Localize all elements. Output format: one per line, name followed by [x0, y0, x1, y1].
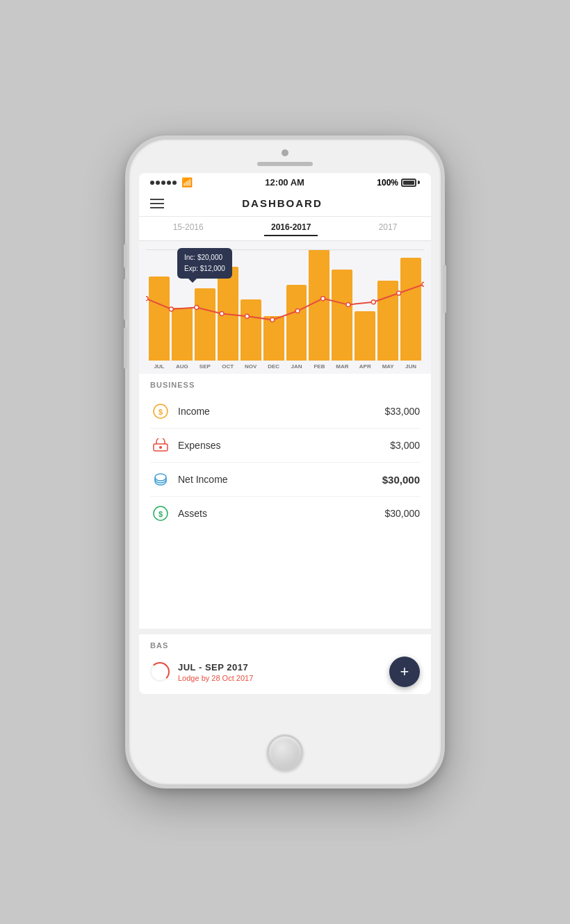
bar — [377, 281, 398, 361]
signal-icon — [150, 181, 177, 185]
assets-icon: $ — [150, 503, 171, 524]
bas-period: JUL - SEP 2017 — [178, 662, 389, 673]
bar-group — [263, 249, 284, 361]
bar — [263, 316, 284, 361]
month-label: APR — [355, 363, 375, 370]
bar — [286, 285, 307, 361]
status-time: 12:00 AM — [265, 177, 304, 188]
hamburger-line — [150, 199, 164, 200]
month-label: AUG — [172, 363, 193, 370]
bar-group — [286, 249, 307, 361]
battery-percent: 100% — [377, 178, 398, 188]
net-income-icon — [150, 469, 171, 490]
bar — [241, 299, 261, 361]
wifi-icon: 📶 — [181, 177, 193, 188]
bar — [149, 277, 170, 361]
assets-label: Assets — [178, 508, 384, 519]
page-title: DASHBOARD — [164, 197, 400, 209]
tooltip-expense: Exp: $12,000 — [184, 263, 225, 274]
net-income-value: $30,000 — [382, 474, 420, 486]
assets-row: $ Assets $30,000 — [150, 497, 420, 530]
bas-lodge: Lodge by 28 Oct 2017 — [178, 674, 389, 682]
assets-value: $30,000 — [384, 508, 420, 519]
svg-point-15 — [159, 446, 162, 449]
year-tabs: 15-2016 2016-2017 2017 — [139, 217, 431, 241]
phone-top — [129, 140, 441, 166]
month-label: MAR — [332, 363, 352, 370]
phone-bottom — [267, 734, 303, 784]
bar-group — [309, 249, 329, 361]
mute-button — [124, 244, 127, 268]
volume-down-button — [124, 327, 127, 369]
month-label: SEP — [195, 363, 215, 370]
tab-2015-2016[interactable]: 15-2016 — [166, 222, 211, 236]
chart-tooltip: Inc: $20,000 Exp: $12,000 — [177, 248, 232, 279]
svg-text:$: $ — [158, 408, 163, 416]
bar-group — [377, 249, 398, 361]
month-label: OCT — [218, 363, 238, 370]
phone-frame: 📶 12:00 AM 100% DASHBOARD 15-201 — [125, 135, 445, 789]
speaker-icon — [257, 162, 313, 166]
month-label: JAN — [286, 363, 307, 370]
tooltip-income: Inc: $20,000 — [184, 252, 225, 263]
status-right: 100% — [377, 178, 420, 188]
bar — [332, 270, 352, 361]
tab-2017[interactable]: 2017 — [372, 222, 405, 236]
business-section: BUSINESS $ Income $33,000 — [139, 374, 431, 629]
business-section-title: BUSINESS — [150, 381, 420, 389]
bar — [355, 311, 375, 361]
income-row: $ Income $33,000 — [150, 395, 420, 429]
status-bar: 📶 12:00 AM 100% — [139, 173, 431, 190]
phone-screen: 📶 12:00 AM 100% DASHBOARD 15-201 — [139, 173, 431, 694]
add-bas-button[interactable]: + — [389, 657, 420, 687]
month-label: NOV — [241, 363, 261, 370]
income-label: Income — [178, 406, 384, 417]
camera-icon — [282, 149, 288, 156]
bar — [172, 308, 193, 361]
bas-row: JUL - SEP 2017 Lodge by 28 Oct 2017 + — [150, 657, 420, 687]
bar-group — [332, 249, 352, 361]
tab-2016-2017[interactable]: 2016-2017 — [264, 222, 318, 236]
chart-area: Inc: $20,000 Exp: $12,000 JULAUGSEPOCTNO… — [139, 241, 431, 374]
bar-group — [149, 249, 170, 361]
net-income-row: Net Income $30,000 — [150, 463, 420, 497]
bar — [400, 258, 421, 361]
month-labels: JULAUGSEPOCTNOVDECJANFEBMARAPRMAYJUN — [146, 361, 424, 370]
bas-title: BAS — [150, 641, 420, 650]
app-header: DASHBOARD — [139, 190, 431, 217]
battery-icon — [401, 179, 420, 187]
status-left: 📶 — [150, 177, 193, 188]
bas-info: JUL - SEP 2017 Lodge by 28 Oct 2017 — [178, 662, 389, 682]
bas-spinner-icon — [150, 662, 170, 682]
bar-group — [241, 249, 261, 361]
bar-group — [400, 249, 421, 361]
dollar-circle-icon: $ — [150, 401, 171, 422]
bas-section: BAS JUL - SEP 2017 Lodge by 28 Oct 2017 … — [139, 629, 431, 694]
expenses-label: Expenses — [178, 440, 390, 451]
home-button[interactable] — [267, 734, 303, 770]
bar — [195, 288, 215, 361]
month-label: JUL — [149, 363, 170, 370]
bar-group — [355, 249, 375, 361]
month-label: JUN — [400, 363, 421, 370]
month-label: FEB — [309, 363, 329, 370]
hamburger-menu[interactable] — [150, 199, 164, 208]
net-income-label: Net Income — [178, 474, 382, 485]
bar — [218, 267, 238, 361]
month-label: DEC — [263, 363, 284, 370]
expenses-value: $3,000 — [390, 440, 420, 451]
svg-point-16 — [155, 474, 166, 481]
month-label: MAY — [377, 363, 398, 370]
income-value: $33,000 — [384, 406, 420, 417]
expenses-row: Expenses $3,000 — [150, 429, 420, 463]
hamburger-line — [150, 207, 164, 208]
volume-up-button — [124, 279, 127, 320]
power-button — [443, 265, 446, 313]
bar — [309, 249, 329, 361]
expense-icon — [150, 435, 171, 456]
svg-text:$: $ — [158, 510, 163, 518]
hamburger-line — [150, 203, 164, 204]
